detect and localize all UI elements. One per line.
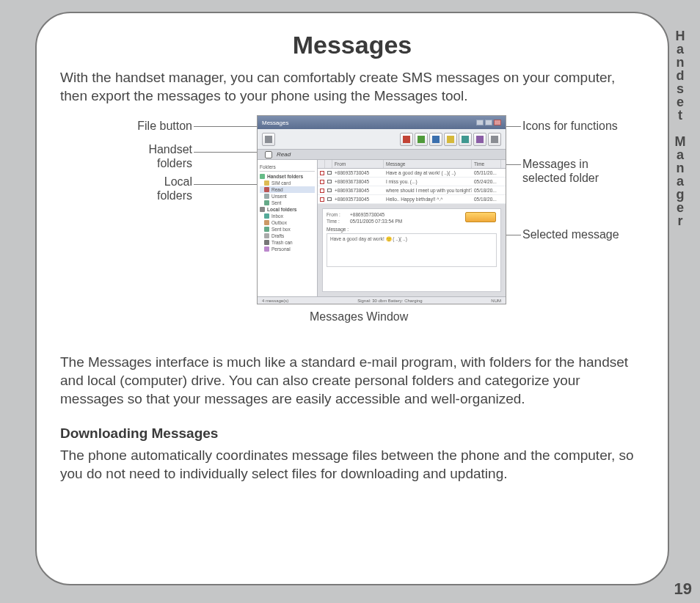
paragraph-downloading: The phone automatically coordinates mess… bbox=[60, 446, 644, 483]
col-time[interactable]: Time bbox=[472, 160, 501, 168]
folder-tree[interactable]: Folders Handset folders SIM card Read Un… bbox=[258, 160, 318, 296]
new-icon bbox=[403, 136, 410, 143]
tree-local-outbox[interactable]: Outbox bbox=[260, 219, 315, 226]
callout-local-folders: Local folders bbox=[112, 175, 192, 202]
toolbar-icons bbox=[400, 133, 501, 146]
subheading-downloading: Downloading Messages bbox=[60, 425, 644, 442]
folder-name-bar: Read bbox=[258, 150, 506, 160]
preview-action-button[interactable] bbox=[465, 212, 496, 222]
col-message[interactable]: Message bbox=[384, 160, 472, 168]
callout-file-button: File button bbox=[112, 120, 192, 133]
status-bar: 4 message(s) Signal: 30 dbm Battery: Cha… bbox=[258, 296, 506, 304]
status-signal: Signal: 30 dbm Battery: Charging bbox=[357, 299, 422, 303]
tree-local-trash[interactable]: Trash can bbox=[260, 239, 315, 246]
table-row[interactable]: +886935730045Have a good day at work! ( … bbox=[318, 169, 506, 178]
table-row[interactable]: +886936738045I miss you. (...)05/24/20..… bbox=[318, 178, 506, 186]
tree-local-root[interactable]: Local folders bbox=[260, 206, 315, 213]
toolbar-btn-1[interactable] bbox=[400, 133, 413, 146]
preview-from-label: From : bbox=[327, 212, 347, 217]
preview-from: +886935730045 bbox=[350, 212, 384, 217]
message-list: +886935730045Have a good day at work! ( … bbox=[318, 169, 506, 204]
col-from[interactable]: From bbox=[332, 160, 384, 168]
status-count: 4 message(s) bbox=[262, 299, 288, 303]
tree-handset-sent[interactable]: Sent bbox=[260, 200, 315, 206]
window-title: Messages bbox=[262, 120, 288, 126]
file-icon bbox=[265, 136, 272, 143]
preview-message-label: Message : bbox=[327, 227, 497, 232]
settings-icon bbox=[491, 136, 498, 143]
leader-line bbox=[194, 184, 263, 185]
file-button[interactable] bbox=[262, 133, 275, 146]
page-title: Messages bbox=[60, 31, 644, 59]
tree-handset-root[interactable]: Handset folders bbox=[260, 173, 315, 180]
tree-handset-unsent[interactable]: Unsent bbox=[260, 193, 315, 200]
leader-line bbox=[194, 152, 261, 153]
page-number: 19 bbox=[674, 580, 692, 599]
tree-local-drafts[interactable]: Drafts bbox=[260, 233, 315, 239]
window-titlebar: Messages bbox=[258, 116, 506, 129]
tree-handset-read[interactable]: Read bbox=[260, 186, 315, 193]
tree-local-personal[interactable]: Personal bbox=[260, 246, 315, 252]
preview-time-label: Time : bbox=[327, 219, 347, 224]
messages-window: Messages bbox=[257, 115, 506, 304]
window-controls[interactable] bbox=[476, 120, 501, 125]
forward-icon bbox=[432, 136, 440, 143]
message-list-header: From Message Time bbox=[318, 160, 506, 169]
message-preview: From :+886935730045 Time :05/31/2005 07:… bbox=[322, 208, 501, 292]
current-folder-label: Read bbox=[277, 151, 291, 158]
sync-icon bbox=[462, 136, 469, 143]
intro-paragraph: With the handset manager, you can comfor… bbox=[60, 68, 644, 105]
toolbar-btn-6[interactable] bbox=[473, 133, 486, 146]
callout-selected-message: Selected message bbox=[522, 228, 619, 241]
status-num: NUM bbox=[491, 299, 501, 303]
callout-messages-folder: Messages in selected folder bbox=[522, 158, 599, 185]
section-label: HandsetManager bbox=[674, 29, 691, 227]
tree-header: Folders bbox=[260, 163, 315, 172]
tree-local-sentbox[interactable]: Sent box bbox=[260, 226, 315, 233]
toolbar-btn-4[interactable] bbox=[444, 133, 457, 146]
callout-handset-folders: Handset folders bbox=[112, 143, 192, 170]
figure: File button Handset folders Local folder… bbox=[60, 111, 644, 331]
table-row[interactable]: +886935730045Hello.. Happy birthday!! ^.… bbox=[318, 195, 506, 204]
folder-icon bbox=[447, 136, 454, 143]
reply-icon bbox=[418, 136, 425, 143]
toolbar-btn-2[interactable] bbox=[415, 133, 428, 146]
toolbar-btn-5[interactable] bbox=[459, 133, 472, 146]
table-row[interactable]: +886936738045where should I meet up with… bbox=[318, 186, 506, 195]
toolbar bbox=[258, 129, 506, 150]
page-card: Messages With the handset manager, you c… bbox=[35, 12, 669, 585]
callout-icons: Icons for functions bbox=[522, 120, 618, 133]
paragraph-interface: The Messages interface is much like a st… bbox=[60, 353, 644, 408]
preview-message-body: Have a good day at work! 🙂 ( ..)( ..) bbox=[327, 233, 497, 267]
tree-handset-simcard[interactable]: SIM card bbox=[260, 180, 315, 186]
tree-local-inbox[interactable]: Inbox bbox=[260, 213, 315, 219]
delete-icon bbox=[476, 136, 484, 143]
toolbar-btn-7[interactable] bbox=[488, 133, 501, 146]
figure-caption: Messages Window bbox=[310, 310, 408, 324]
leader-line bbox=[505, 126, 521, 127]
preview-time: 05/31/2005 07:33:54 PM bbox=[350, 219, 402, 224]
toolbar-btn-3[interactable] bbox=[429, 133, 442, 146]
leader-line bbox=[194, 126, 257, 127]
